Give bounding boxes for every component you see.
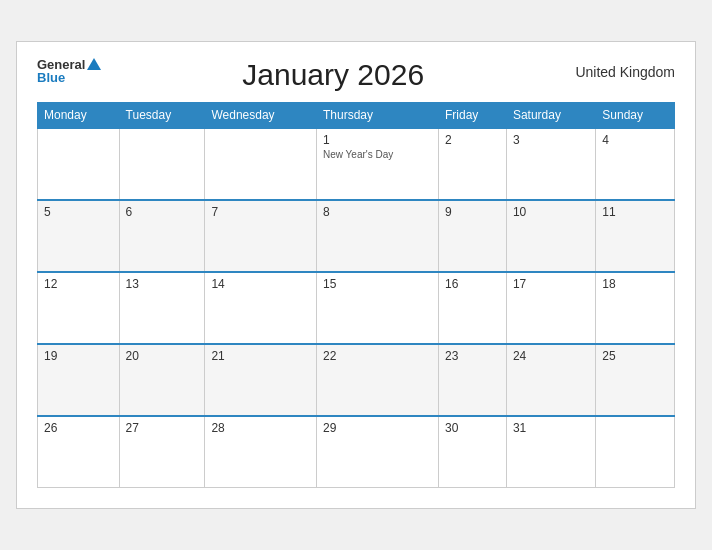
day-number: 22 [323, 349, 432, 363]
calendar-header: General Blue January 2026 United Kingdom [37, 58, 675, 92]
day-number: 19 [44, 349, 113, 363]
day-number: 9 [445, 205, 500, 219]
calendar-cell: 21 [205, 344, 317, 416]
header-sunday: Sunday [596, 102, 675, 128]
calendar-cell: 2 [438, 128, 506, 200]
day-number: 23 [445, 349, 500, 363]
calendar-table: Monday Tuesday Wednesday Thursday Friday… [37, 102, 675, 489]
day-number: 6 [126, 205, 199, 219]
logo-blue-text: Blue [37, 71, 65, 85]
header-saturday: Saturday [506, 102, 595, 128]
day-number: 13 [126, 277, 199, 291]
day-number: 16 [445, 277, 500, 291]
day-number: 15 [323, 277, 432, 291]
day-number: 21 [211, 349, 310, 363]
calendar-cell: 13 [119, 272, 205, 344]
day-number: 12 [44, 277, 113, 291]
day-number: 17 [513, 277, 589, 291]
calendar-cell: 20 [119, 344, 205, 416]
calendar-cell: 25 [596, 344, 675, 416]
calendar-cell: 31 [506, 416, 595, 488]
calendar-cell: 7 [205, 200, 317, 272]
calendar-cell: 17 [506, 272, 595, 344]
day-number: 29 [323, 421, 432, 435]
header-friday: Friday [438, 102, 506, 128]
calendar-cell: 29 [316, 416, 438, 488]
calendar-cell: 22 [316, 344, 438, 416]
calendar-cell [205, 128, 317, 200]
day-number: 2 [445, 133, 500, 147]
day-number: 8 [323, 205, 432, 219]
logo-triangle-icon [87, 58, 101, 70]
day-number: 18 [602, 277, 668, 291]
calendar-cell: 8 [316, 200, 438, 272]
calendar-cell: 23 [438, 344, 506, 416]
calendar-cell: 30 [438, 416, 506, 488]
holiday-label: New Year's Day [323, 149, 432, 160]
calendar-cell: 28 [205, 416, 317, 488]
weekday-header-row: Monday Tuesday Wednesday Thursday Friday… [38, 102, 675, 128]
logo: General Blue [37, 58, 101, 85]
logo-general-text: General [37, 58, 85, 71]
day-number: 24 [513, 349, 589, 363]
calendar-cell: 4 [596, 128, 675, 200]
calendar-region: United Kingdom [565, 58, 675, 80]
calendar-week-row: 12131415161718 [38, 272, 675, 344]
day-number: 20 [126, 349, 199, 363]
calendar-week-row: 19202122232425 [38, 344, 675, 416]
calendar-cell: 24 [506, 344, 595, 416]
calendar-container: General Blue January 2026 United Kingdom… [16, 41, 696, 510]
calendar-cell: 1New Year's Day [316, 128, 438, 200]
day-number: 30 [445, 421, 500, 435]
header-thursday: Thursday [316, 102, 438, 128]
calendar-cell: 26 [38, 416, 120, 488]
day-number: 26 [44, 421, 113, 435]
calendar-cell: 12 [38, 272, 120, 344]
calendar-cell: 15 [316, 272, 438, 344]
calendar-week-row: 1New Year's Day234 [38, 128, 675, 200]
calendar-cell: 3 [506, 128, 595, 200]
calendar-cell: 18 [596, 272, 675, 344]
day-number: 5 [44, 205, 113, 219]
day-number: 11 [602, 205, 668, 219]
calendar-cell: 11 [596, 200, 675, 272]
day-number: 3 [513, 133, 589, 147]
calendar-cell: 5 [38, 200, 120, 272]
day-number: 4 [602, 133, 668, 147]
calendar-cell [38, 128, 120, 200]
calendar-cell: 16 [438, 272, 506, 344]
day-number: 1 [323, 133, 432, 147]
calendar-cell: 27 [119, 416, 205, 488]
calendar-title: January 2026 [101, 58, 565, 92]
calendar-cell: 19 [38, 344, 120, 416]
header-tuesday: Tuesday [119, 102, 205, 128]
day-number: 10 [513, 205, 589, 219]
calendar-cell: 10 [506, 200, 595, 272]
calendar-cell: 6 [119, 200, 205, 272]
day-number: 28 [211, 421, 310, 435]
day-number: 31 [513, 421, 589, 435]
header-monday: Monday [38, 102, 120, 128]
calendar-week-row: 567891011 [38, 200, 675, 272]
header-wednesday: Wednesday [205, 102, 317, 128]
day-number: 25 [602, 349, 668, 363]
day-number: 27 [126, 421, 199, 435]
calendar-cell: 9 [438, 200, 506, 272]
calendar-cell [119, 128, 205, 200]
calendar-cell: 14 [205, 272, 317, 344]
calendar-week-row: 262728293031 [38, 416, 675, 488]
day-number: 7 [211, 205, 310, 219]
calendar-cell [596, 416, 675, 488]
day-number: 14 [211, 277, 310, 291]
